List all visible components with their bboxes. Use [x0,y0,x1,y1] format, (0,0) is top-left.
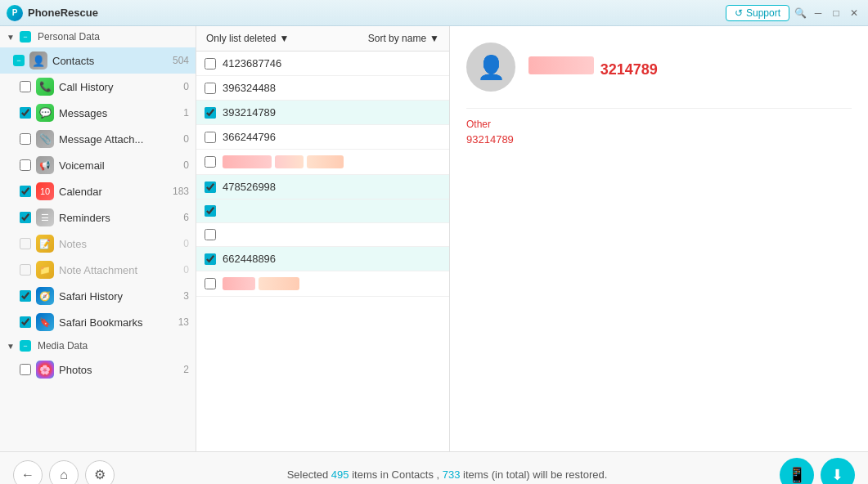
support-button[interactable]: ↺ Support [726,5,789,21]
contact-list-header: Only list deleted ▼ Sort by name ▼ [196,26,449,52]
table-row[interactable] [196,223,449,247]
titlebar-right: ↺ Support 🔍 ─ □ ✕ [726,5,861,21]
callhistory-checkbox[interactable] [20,81,31,92]
contact-checkbox[interactable] [205,205,216,217]
contact-detail-body: Other 93214789 [466,108,852,146]
contact-list-items: 4123687746 396324488 393214789 366244796 [196,52,449,451]
calendar-checkbox[interactable] [20,186,31,197]
contact-checkbox[interactable] [205,229,216,240]
table-row[interactable] [196,271,449,297]
blur-piece [275,155,304,168]
contact-detail-header: 👤 3214789 [466,43,852,92]
sidebar: ▼ − Personal Data − 👤 Contacts 504 📞 Cal… [0,26,196,451]
search-button[interactable]: 🔍 [793,6,807,20]
notes-checkbox[interactable] [20,238,31,249]
sidebar-item-msgattach[interactable]: 📎 Message Attach... 0 [0,126,196,152]
contact-list: Only list deleted ▼ Sort by name ▼ 41236… [196,26,450,451]
contact-checkbox[interactable] [205,182,216,193]
contact-name-display: 3214789 [528,56,658,78]
reminders-icon: ☰ [36,208,54,226]
contact-name: 393214789 [223,106,441,119]
contact-name [223,155,441,168]
blur-piece [307,155,344,168]
sidebar-item-contacts[interactable]: − 👤 Contacts 504 [0,47,196,74]
contact-name: 366244796 [223,131,441,143]
sidebar-item-reminders[interactable]: ☰ Reminders 6 [0,204,196,231]
sort-button[interactable]: Sort by name ▼ [368,33,439,44]
table-row[interactable]: 4123687746 [196,52,449,76]
contact-checkbox[interactable] [205,107,216,119]
notes-icon: 📝 [36,235,54,253]
statusbar: ← ⌂ ⚙ Selected 495 items in Contacts , 7… [0,451,868,484]
settings-button[interactable]: ⚙ [85,460,115,485]
sidebar-item-voicemail[interactable]: 📢 Voicemail 0 [0,152,196,178]
voicemail-icon: 📢 [36,156,54,174]
minimize-button[interactable]: ─ [811,6,825,20]
status-text-before: Selected [287,468,331,481]
media-collapse-icon[interactable]: ▼ [7,342,15,351]
contact-name: 478526998 [223,181,441,193]
sidebar-item-calendar[interactable]: 10 Calendar 183 [0,178,196,204]
callhistory-icon: 📞 [36,78,54,96]
blurred-name [223,277,441,290]
table-row[interactable] [196,150,449,175]
status-count2: 733 [443,468,461,481]
contacts-minus-icon: − [13,55,25,66]
contact-name: 4123687746 [223,57,441,69]
table-row[interactable]: 662448896 [196,247,449,271]
status-text-mid1: items in Contacts , [349,468,443,481]
noteattach-checkbox[interactable] [20,264,31,276]
safaribm-icon: 🔖 [36,313,54,331]
table-row[interactable]: 396324488 [196,76,449,101]
sidebar-item-notes[interactable]: 📝 Notes 0 [0,231,196,257]
main-content: ▼ − Personal Data − 👤 Contacts 504 📞 Cal… [0,26,868,451]
home-button[interactable]: ⌂ [49,460,79,485]
noteattach-icon: 📁 [36,261,54,279]
contact-checkbox[interactable] [205,278,216,289]
table-row[interactable]: 393214789 [196,101,449,125]
sidebar-item-noteattach[interactable]: 📁 Note Attachment 0 [0,257,196,283]
safari-checkbox[interactable] [20,290,31,302]
photos-checkbox[interactable] [20,364,31,375]
msgattach-checkbox[interactable] [20,133,31,145]
app-title: PhoneRescue [28,7,98,19]
reminders-checkbox[interactable] [20,212,31,223]
contact-checkbox[interactable] [205,58,216,69]
personal-data-section: ▼ − Personal Data [0,26,196,47]
contact-checkbox[interactable] [205,156,216,168]
table-row[interactable] [196,199,449,223]
sidebar-item-safari[interactable]: 🧭 Safari History 3 [0,283,196,309]
contact-name: 662448896 [223,253,441,265]
table-row[interactable]: 366244796 [196,125,449,150]
safari-icon: 🧭 [36,287,54,305]
sidebar-item-photos[interactable]: 🌸 Photos 2 [0,356,196,383]
filter-label: Only list deleted [206,33,276,44]
voicemail-checkbox[interactable] [20,159,31,171]
sidebar-item-callhistory[interactable]: 📞 Call History 0 [0,74,196,100]
app-logo: P [7,5,23,21]
contact-checkbox[interactable] [205,83,216,94]
export-button[interactable]: ⬇ [821,458,855,485]
back-button[interactable]: ← [13,460,43,485]
contact-checkbox[interactable] [205,132,216,143]
messages-icon: 💬 [36,104,54,122]
maximize-button[interactable]: □ [829,6,843,20]
filter-chevron-icon: ▼ [279,33,289,44]
sidebar-item-safaribm[interactable]: 🔖 Safari Bookmarks 13 [0,309,196,335]
safaribm-checkbox[interactable] [20,316,31,328]
messages-checkbox[interactable] [20,107,31,119]
personal-section-label: Personal Data [38,31,100,43]
status-count1: 495 [331,468,349,481]
status-text-mid2: items (in total) will be restored. [460,468,607,481]
detail-phone-label: Other [466,119,852,130]
nav-buttons: ← ⌂ ⚙ [13,460,115,485]
restore-to-device-button[interactable]: 📱 [780,458,814,485]
personal-collapse-icon[interactable]: ▼ [7,33,15,42]
table-row[interactable]: 478526998 [196,175,449,199]
titlebar: P PhoneRescue ↺ Support 🔍 ─ □ ✕ [0,0,868,26]
close-button[interactable]: ✕ [847,6,861,20]
sort-label: Sort by name [368,33,426,44]
contact-checkbox[interactable] [205,253,216,265]
filter-button[interactable]: Only list deleted ▼ [206,33,289,44]
sidebar-item-messages[interactable]: 💬 Messages 1 [0,100,196,126]
